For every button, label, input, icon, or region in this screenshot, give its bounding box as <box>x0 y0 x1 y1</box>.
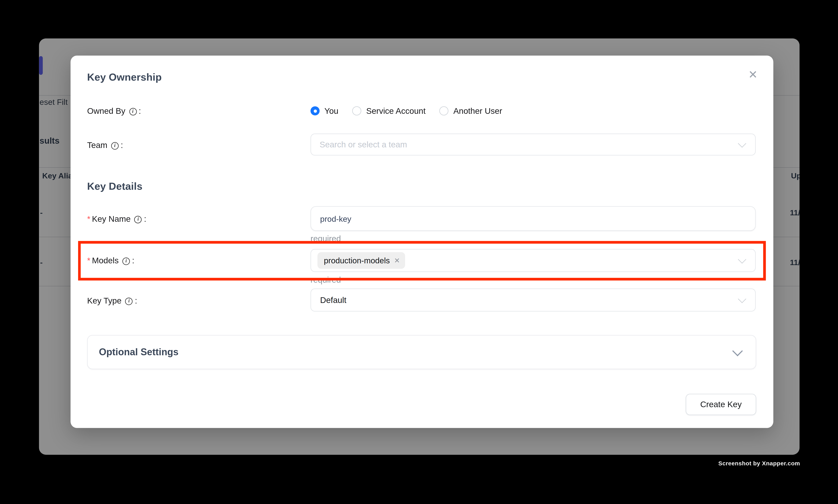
screenshot-frame: eset Filt sults Key Alia Up - 11/ - 11/ … <box>0 0 838 504</box>
section-title-key-ownership: Key Ownership <box>87 72 162 83</box>
radio-unselected-icon[interactable] <box>440 106 449 115</box>
watermark-text: Screenshot by Xnapper.com <box>718 460 800 467</box>
radio-option-service-account[interactable]: Service Account <box>352 106 425 115</box>
required-asterisk: * <box>87 214 90 223</box>
owned-by-label: Owned By: <box>87 106 141 116</box>
annotation-highlight-box <box>78 241 766 281</box>
chevron-down-icon <box>732 346 743 356</box>
section-title-key-details: Key Details <box>87 181 142 192</box>
radio-selected-icon[interactable] <box>310 106 320 115</box>
key-name-value: prod-key <box>311 214 351 223</box>
owned-by-radio-group: You Service Account Another User <box>310 103 502 119</box>
info-icon <box>111 142 119 149</box>
key-name-input[interactable]: prod-key <box>310 206 755 231</box>
key-name-label: *Key Name: <box>87 214 146 224</box>
optional-settings-toggle[interactable]: Optional Settings <box>87 335 756 369</box>
create-key-button[interactable]: Create Key <box>686 394 756 415</box>
optional-settings-title: Optional Settings <box>88 346 178 358</box>
team-select[interactable]: Search or select a team <box>310 133 755 155</box>
info-icon <box>125 297 132 305</box>
chevron-down-icon <box>738 294 746 303</box>
close-icon[interactable]: ✕ <box>748 70 757 80</box>
team-label: Team: <box>87 141 123 150</box>
team-select-placeholder: Search or select a team <box>311 140 407 149</box>
radio-unselected-icon[interactable] <box>352 106 361 115</box>
radio-option-you[interactable]: You <box>310 106 338 115</box>
info-icon <box>134 216 142 223</box>
stage: eset Filt sults Key Alia Up - 11/ - 11/ … <box>0 0 838 504</box>
radio-option-another-user[interactable]: Another User <box>440 106 502 115</box>
info-icon <box>129 108 137 115</box>
key-type-label: Key Type: <box>87 296 137 305</box>
key-type-select[interactable]: Default <box>310 288 755 311</box>
key-type-value: Default <box>311 295 346 305</box>
chevron-down-icon <box>738 139 746 147</box>
